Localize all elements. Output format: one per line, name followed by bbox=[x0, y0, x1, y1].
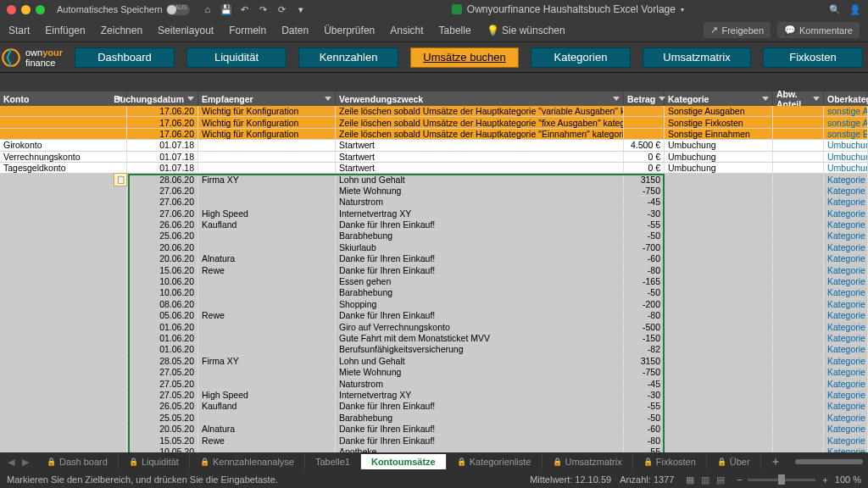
col-oberkategorie[interactable]: Oberkategorie bbox=[824, 92, 868, 106]
search-icon[interactable]: 🔍 bbox=[829, 4, 841, 15]
sheet-tab-dash-board[interactable]: 🔒Dash board bbox=[36, 454, 119, 469]
table-row[interactable]: 20.06.20AlnaturaDanke für Ihren Einkauf!… bbox=[0, 253, 868, 264]
table-row[interactable]: 27.06.20High SpeedInternetvertrag XY-30K… bbox=[0, 208, 868, 219]
table-row[interactable]: 28.06.20Firma XYLohn und Gehalt3150Kateg… bbox=[0, 174, 868, 185]
ribbon-tab[interactable]: Formeln bbox=[229, 25, 266, 36]
table-row[interactable]: 20.05.20AlnaturaDanke für Ihren Einkauf!… bbox=[0, 424, 868, 435]
zoom-icon[interactable] bbox=[36, 5, 45, 14]
view-switcher[interactable]: ▦▥▤ bbox=[682, 474, 728, 485]
ribbon-tab[interactable]: Überprüfen bbox=[324, 25, 375, 36]
col-kategorie[interactable]: Kategorie bbox=[665, 92, 773, 106]
table-row[interactable]: 01.06.20Berufsunfähigkeitsversicherung-8… bbox=[0, 344, 868, 355]
zoom-out-icon[interactable]: − bbox=[737, 474, 742, 485]
status-anzahl: Anzahl: 1377 bbox=[620, 474, 674, 485]
zoom-in-icon[interactable]: ＋ bbox=[821, 474, 830, 486]
close-icon[interactable] bbox=[7, 5, 16, 14]
share-button[interactable]: ↗ Freigeben bbox=[704, 22, 771, 38]
nav-umsätze-buchen[interactable]: Umsätze buchen bbox=[410, 47, 519, 68]
chevron-down-icon[interactable]: ▾ bbox=[295, 4, 307, 15]
table-row[interactable]: 27.06.20Naturstrom-45Kategorie fe bbox=[0, 197, 868, 208]
table-row[interactable]: 10.06.20Barabhebung-50Kategorie fe bbox=[0, 287, 868, 298]
sheet-tab-liquidität[interactable]: 🔒Liquidität bbox=[119, 454, 190, 469]
table-row[interactable]: 25.05.20Barabhebung-50Kategorie fe bbox=[0, 413, 868, 424]
add-sheet-button[interactable]: ＋ bbox=[761, 454, 790, 469]
sheet-tab-bar: ◀ ▶ 🔒Dash board🔒Liquidität🔒Kennzahlenana… bbox=[0, 452, 868, 471]
zoom-control[interactable]: − ＋ 100 % bbox=[737, 474, 861, 486]
save-icon[interactable]: 💾 bbox=[220, 4, 232, 15]
sheet-tab-umsatzmatrix[interactable]: 🔒Umsatzmatrix bbox=[542, 454, 633, 469]
sheet-tab-kennzahlenanalyse[interactable]: 🔒Kennzahlenanalyse bbox=[190, 454, 305, 469]
table-row[interactable]: 27.05.20Miete Wohnung-750Kategorie fe bbox=[0, 367, 868, 378]
table-row[interactable]: 17.06.20Wichtig für KonfigurationZeile l… bbox=[0, 106, 868, 117]
user-icon[interactable]: 👤 bbox=[849, 4, 861, 15]
table-row[interactable]: 15.05.20ReweDanke für Ihren Einkauf!-80K… bbox=[0, 435, 868, 446]
table-row[interactable]: 15.06.20ReweDanke für Ihren Einkauf!-80K… bbox=[0, 264, 868, 275]
table-row[interactable]: 01.06.20Gute Fahrt mit dem Monatsticket … bbox=[0, 333, 868, 344]
col-empfaenger[interactable]: Empfaenger bbox=[198, 92, 336, 106]
sheet-tab-kontoumsätze[interactable]: Kontoumsätze bbox=[361, 454, 447, 469]
col-zweck[interactable]: Verwendungszweck bbox=[336, 92, 624, 106]
table-row[interactable]: 26.06.20KauflandDanke für Ihren Einkauf!… bbox=[0, 219, 868, 230]
horizontal-scrollbar[interactable] bbox=[795, 459, 863, 464]
workbook-nav: ownyourfinance DashboardLiquiditätKennza… bbox=[0, 42, 868, 73]
table-row[interactable]: 20.06.20Skiurlaub-700Kategorie fe bbox=[0, 242, 868, 253]
lock-icon: 🔒 bbox=[553, 458, 562, 466]
table-row[interactable]: 01.06.20Giro auf Verrechnungskonto-500Ka… bbox=[0, 321, 868, 332]
ribbon-tab[interactable]: Ansicht bbox=[390, 25, 423, 36]
table-row[interactable]: Tagesgeldkonto01.07.18Startwert0 €Umbuch… bbox=[0, 163, 868, 174]
table-row[interactable]: 27.05.20High SpeedInternetvertrag XY-30K… bbox=[0, 390, 868, 401]
table-row[interactable]: 28.05.20Firma XYLohn und Gehalt3150Kateg… bbox=[0, 356, 868, 367]
nav-umsatzmatrix[interactable]: Umsatzmatrix bbox=[643, 47, 751, 68]
col-konto[interactable]: Konto bbox=[0, 92, 127, 106]
switch-icon[interactable]: AUS bbox=[166, 4, 190, 15]
ribbon-tab[interactable]: Start bbox=[8, 25, 30, 36]
col-buchungsdatum[interactable]: Buchungsdatum bbox=[127, 92, 198, 106]
table-row[interactable]: 10.06.20Essen gehen-165Kategorie fe bbox=[0, 276, 868, 287]
table-row[interactable]: 26.05.20KauflandDanke für Ihren Einkauf!… bbox=[0, 401, 868, 412]
table-row[interactable]: Verrechnungskonto01.07.18Startwert0 €Umb… bbox=[0, 152, 868, 163]
sheet-tab-über[interactable]: 🔒Über bbox=[707, 454, 761, 469]
table-row[interactable]: 27.06.20Miete Wohnung-750Kategorie fe bbox=[0, 186, 868, 197]
ribbon-tab[interactable]: Seitenlayout bbox=[158, 25, 214, 36]
table-row[interactable]: 17.06.20Wichtig für KonfigurationZeile l… bbox=[0, 117, 868, 128]
sheet-tab-fixkosten[interactable]: 🔒Fixkosten bbox=[633, 454, 707, 469]
nav-fixkosten[interactable]: Fixkosten bbox=[763, 47, 863, 68]
autosave-toggle[interactable]: Automatisches Speichern AUS bbox=[57, 4, 190, 15]
table-row[interactable]: 25.06.20Barabhebung-50Kategorie fe bbox=[0, 230, 868, 241]
table-row[interactable]: 17.06.20Wichtig für KonfigurationZeile l… bbox=[0, 129, 868, 140]
logo: ownyourfinance bbox=[0, 42, 63, 73]
comments-button[interactable]: 💬 Kommentare bbox=[777, 22, 860, 38]
ribbon-tab[interactable]: Einfügen bbox=[45, 25, 85, 36]
redo-icon[interactable]: ↷ bbox=[258, 4, 270, 15]
status-bar: Markieren Sie den Zielbereich, und drück… bbox=[0, 471, 868, 488]
tell-me[interactable]: 💡 Sie wünschen bbox=[487, 25, 565, 36]
chevron-down-icon[interactable]: ▾ bbox=[681, 6, 684, 14]
nav-dashboard[interactable]: Dashboard bbox=[75, 47, 175, 68]
sheet-tab-tabelle1[interactable]: Tabelle1 bbox=[305, 454, 361, 469]
sheet-first-icon[interactable]: ◀ bbox=[5, 457, 17, 468]
lock-icon: 🔒 bbox=[47, 458, 56, 466]
nav-kategorien[interactable]: Kategorien bbox=[531, 47, 631, 68]
zoom-level: 100 % bbox=[835, 474, 861, 485]
nav-liquidität[interactable]: Liquidität bbox=[186, 47, 287, 68]
table-row[interactable]: 10.05.20Apotheke-55Kategorie fe bbox=[0, 446, 868, 452]
minimize-icon[interactable] bbox=[21, 5, 31, 14]
table-row[interactable]: 08.06.20Shopping-200Kategorie fe bbox=[0, 299, 868, 310]
col-abw[interactable]: Abw. Anteil bbox=[773, 92, 824, 106]
home-icon[interactable]: ⌂ bbox=[202, 4, 214, 15]
sheet-tab-kategorienliste[interactable]: 🔒Kategorienliste bbox=[447, 454, 542, 469]
zoom-slider[interactable] bbox=[748, 479, 815, 481]
table-row[interactable]: 27.05.20Naturstrom-45Kategorie fe bbox=[0, 378, 868, 389]
ribbon-tab[interactable]: Zeichnen bbox=[101, 25, 142, 36]
sheet-next-icon[interactable]: ▶ bbox=[19, 457, 31, 468]
undo-icon[interactable]: ↶ bbox=[239, 4, 251, 15]
table-row[interactable]: 05.06.20ReweDanke für Ihren Einkauf!-80K… bbox=[0, 310, 868, 321]
table-row[interactable]: Girokonto01.07.18Startwert4.500 €Umbuchu… bbox=[0, 140, 868, 151]
refresh-icon[interactable]: ⟳ bbox=[276, 4, 288, 15]
ribbon-tab[interactable]: Daten bbox=[281, 25, 309, 36]
nav-kennzahlen[interactable]: Kennzahlen bbox=[298, 47, 398, 68]
data-grid[interactable]: 17.06.20Wichtig für KonfigurationZeile l… bbox=[0, 106, 868, 452]
col-betrag[interactable]: Betrag bbox=[624, 92, 665, 106]
paste-options-icon[interactable]: 📋 bbox=[114, 173, 127, 186]
ribbon-tab[interactable]: Tabelle bbox=[439, 25, 471, 36]
